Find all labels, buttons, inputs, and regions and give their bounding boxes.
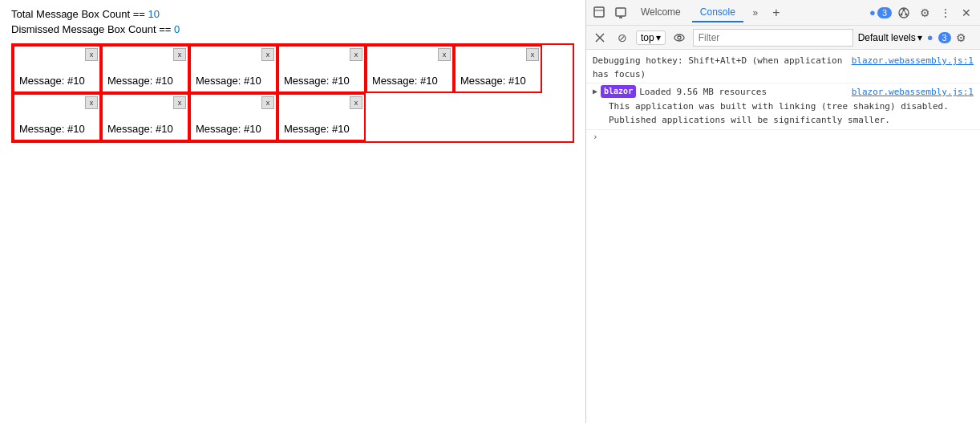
message-row-1: x Message: #10 x Message: #10 x Message:… — [13, 45, 573, 93]
inspect-element-icon[interactable] — [591, 4, 609, 22]
close-button[interactable]: x — [350, 48, 362, 61]
log-text: Debugging hotkey: Shift+Alt+D (when appl… — [593, 55, 842, 79]
close-button[interactable]: x — [85, 48, 98, 61]
list-item: x Message: #10 — [277, 45, 366, 93]
log-source-link[interactable]: blazor.webassembly.js:1 — [852, 55, 974, 68]
error-count-badge: 3 — [877, 7, 892, 18]
close-button[interactable]: x — [350, 96, 362, 109]
close-button[interactable]: x — [526, 48, 539, 61]
svg-line-9 — [901, 10, 904, 14]
more-tabs-icon[interactable]: » — [747, 4, 764, 22]
list-item: x Message: #10 — [101, 93, 189, 141]
console-output: blazor.webassembly.js:1 Debugging hotkey… — [586, 50, 980, 423]
clear-console-icon[interactable] — [591, 29, 609, 47]
device-toggle-icon[interactable] — [612, 4, 630, 22]
list-item: x Message: #10 — [454, 45, 542, 93]
message-grid: x Message: #10 x Message: #10 x Message:… — [11, 43, 574, 143]
total-message-count: Total Message Box Count == 10 — [11, 8, 574, 20]
close-button[interactable]: x — [173, 48, 186, 61]
console-settings-icon[interactable]: ⚙ — [956, 31, 966, 44]
log-entry: blazor.webassembly.js:1 Debugging hotkey… — [586, 53, 980, 83]
message-count-badge: 3 — [938, 32, 951, 43]
dismissed-message-count: Dismissed Message Box Count == 0 — [11, 23, 574, 35]
more-options-icon[interactable]: ⋮ — [937, 4, 954, 22]
tab-console[interactable]: Console — [692, 3, 743, 22]
svg-point-13 — [674, 35, 684, 41]
eye-icon[interactable] — [670, 29, 688, 47]
blazor-badge: blazor — [601, 85, 636, 98]
error-dot-icon: ● — [869, 6, 876, 18]
devtools-panel: Welcome Console » + ● 3 ⚙ ⋮ ✕ ⊘ top ▾ De… — [585, 0, 980, 423]
message-row-2: x Message: #10 x Message: #10 x Message:… — [13, 93, 573, 141]
list-item: x Message: #10 — [189, 45, 277, 93]
close-button[interactable]: x — [261, 96, 274, 109]
error-count-area: ● 3 — [869, 6, 892, 18]
svg-point-14 — [678, 36, 681, 39]
level-dropdown[interactable]: Default levels ▾ — [858, 32, 922, 43]
add-tab-icon[interactable]: + — [767, 4, 785, 22]
log-subtext: This application was built with linking … — [593, 100, 974, 128]
svg-rect-0 — [594, 7, 604, 17]
message-count-area: ● 3 — [927, 31, 951, 43]
list-item: x Message: #10 — [366, 45, 454, 93]
log-entry-group: ▶ blazor Loaded 9.56 MB resources blazor… — [586, 83, 980, 130]
tab-welcome[interactable]: Welcome — [633, 3, 689, 22]
log-text: Loaded 9.56 MB resources — [639, 85, 767, 100]
list-item: x Message: #10 — [277, 93, 366, 141]
list-item: x Message: #10 — [189, 93, 277, 141]
context-selector[interactable]: top ▾ — [636, 31, 666, 45]
console-toolbar: ⊘ top ▾ Default levels ▾ ● 3 ⚙ — [586, 26, 980, 50]
settings-icon[interactable]: ⚙ — [916, 4, 933, 22]
devtools-tabbar: Welcome Console » + ● 3 ⚙ ⋮ ✕ — [586, 0, 980, 26]
list-item: x Message: #10 — [101, 45, 189, 93]
list-item: x Message: #10 — [13, 45, 101, 93]
log-source-link[interactable]: blazor.webassembly.js:1 — [852, 85, 974, 100]
stop-icon[interactable]: ⊘ — [614, 29, 631, 47]
svg-rect-2 — [616, 8, 626, 16]
close-button[interactable]: x — [173, 96, 186, 109]
expand-caret[interactable]: › — [586, 130, 980, 144]
network-icon[interactable] — [895, 4, 913, 22]
close-button[interactable]: x — [85, 96, 98, 109]
close-button[interactable]: x — [261, 48, 274, 61]
list-item: x Message: #10 — [13, 93, 101, 141]
close-devtools-icon[interactable]: ✕ — [958, 4, 975, 22]
svg-line-10 — [904, 10, 906, 14]
message-dot-icon: ● — [927, 31, 933, 43]
close-button[interactable]: x — [438, 48, 451, 61]
left-panel: Total Message Box Count == 10 Dismissed … — [0, 0, 585, 423]
expand-arrow-icon[interactable]: ▶ — [593, 85, 597, 98]
filter-input[interactable] — [693, 29, 853, 47]
